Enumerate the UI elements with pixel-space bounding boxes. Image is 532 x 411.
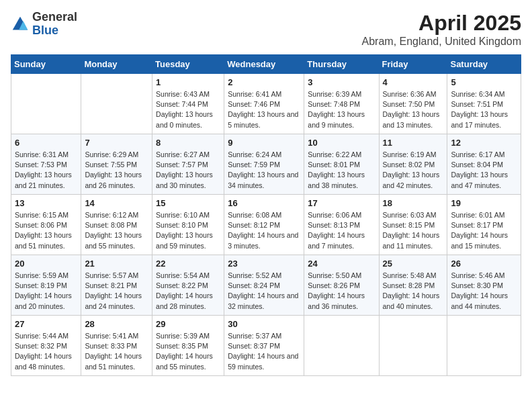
day-number: 27 <box>15 319 77 329</box>
calendar-cell: 18Sunrise: 6:03 AM Sunset: 8:15 PM Dayli… <box>379 195 447 255</box>
day-number: 9 <box>228 138 300 148</box>
header-tuesday: Tuesday <box>152 55 224 74</box>
day-number: 13 <box>15 198 77 208</box>
day-number: 2 <box>228 77 300 87</box>
calendar-cell: 4Sunrise: 6:36 AM Sunset: 7:50 PM Daylig… <box>379 74 447 134</box>
day-info: Sunrise: 6:43 AM Sunset: 7:44 PM Dayligh… <box>156 89 220 130</box>
calendar-cell: 2Sunrise: 6:41 AM Sunset: 7:46 PM Daylig… <box>224 74 304 134</box>
header-thursday: Thursday <box>304 55 379 74</box>
calendar-cell: 26Sunrise: 5:46 AM Sunset: 8:30 PM Dayli… <box>447 255 521 316</box>
calendar-header: Sunday Monday Tuesday Wednesday Thursday… <box>11 55 521 74</box>
day-number: 10 <box>308 138 375 148</box>
main-title: April 2025 <box>362 11 521 36</box>
day-number: 19 <box>451 198 517 208</box>
calendar-week-3: 13Sunrise: 6:15 AM Sunset: 8:06 PM Dayli… <box>11 195 521 255</box>
day-info: Sunrise: 6:15 AM Sunset: 8:06 PM Dayligh… <box>15 210 77 251</box>
calendar-cell: 22Sunrise: 5:54 AM Sunset: 8:22 PM Dayli… <box>152 255 224 316</box>
day-info: Sunrise: 5:37 AM Sunset: 8:37 PM Dayligh… <box>228 331 300 372</box>
calendar-cell <box>11 74 81 134</box>
title-area: April 2025 Abram, England, United Kingdo… <box>362 11 521 48</box>
calendar-cell: 13Sunrise: 6:15 AM Sunset: 8:06 PM Dayli… <box>11 195 81 255</box>
day-info: Sunrise: 5:39 AM Sunset: 8:35 PM Dayligh… <box>156 331 220 372</box>
calendar-cell: 19Sunrise: 6:01 AM Sunset: 8:17 PM Dayli… <box>447 195 521 255</box>
day-number: 16 <box>228 198 300 208</box>
calendar-cell <box>447 316 521 376</box>
day-info: Sunrise: 6:24 AM Sunset: 7:59 PM Dayligh… <box>228 150 300 191</box>
calendar-cell: 21Sunrise: 5:57 AM Sunset: 8:21 PM Dayli… <box>81 255 152 316</box>
logo-blue: Blue <box>32 24 58 37</box>
calendar-cell <box>304 316 379 376</box>
day-number: 22 <box>156 259 220 269</box>
day-info: Sunrise: 6:10 AM Sunset: 8:10 PM Dayligh… <box>156 210 220 251</box>
day-number: 20 <box>15 259 77 269</box>
day-info: Sunrise: 6:36 AM Sunset: 7:50 PM Dayligh… <box>383 89 444 130</box>
calendar-cell: 8Sunrise: 6:27 AM Sunset: 7:57 PM Daylig… <box>152 134 224 195</box>
day-info: Sunrise: 5:41 AM Sunset: 8:33 PM Dayligh… <box>85 331 148 372</box>
day-info: Sunrise: 6:08 AM Sunset: 8:12 PM Dayligh… <box>228 210 300 251</box>
day-number: 23 <box>228 259 300 269</box>
day-number: 7 <box>85 138 148 148</box>
day-info: Sunrise: 5:48 AM Sunset: 8:28 PM Dayligh… <box>383 271 444 312</box>
day-info: Sunrise: 5:44 AM Sunset: 8:32 PM Dayligh… <box>15 331 77 372</box>
day-info: Sunrise: 5:52 AM Sunset: 8:24 PM Dayligh… <box>228 271 300 312</box>
logo: General Blue <box>11 11 77 38</box>
header-monday: Monday <box>81 55 152 74</box>
calendar-cell: 3Sunrise: 6:39 AM Sunset: 7:48 PM Daylig… <box>304 74 379 134</box>
day-info: Sunrise: 6:03 AM Sunset: 8:15 PM Dayligh… <box>383 210 444 251</box>
day-info: Sunrise: 6:19 AM Sunset: 8:02 PM Dayligh… <box>383 150 444 191</box>
logo-icon <box>11 15 30 34</box>
calendar-cell: 6Sunrise: 6:31 AM Sunset: 7:53 PM Daylig… <box>11 134 81 195</box>
day-number: 12 <box>451 138 517 148</box>
calendar-cell: 30Sunrise: 5:37 AM Sunset: 8:37 PM Dayli… <box>224 316 304 376</box>
logo-general: General <box>32 10 77 24</box>
day-info: Sunrise: 6:06 AM Sunset: 8:13 PM Dayligh… <box>308 210 375 251</box>
day-info: Sunrise: 5:54 AM Sunset: 8:22 PM Dayligh… <box>156 271 220 312</box>
calendar-table: Sunday Monday Tuesday Wednesday Thursday… <box>11 54 521 376</box>
day-number: 30 <box>228 319 300 329</box>
calendar-cell <box>81 74 152 134</box>
calendar-week-2: 6Sunrise: 6:31 AM Sunset: 7:53 PM Daylig… <box>11 134 521 195</box>
day-info: Sunrise: 6:17 AM Sunset: 8:04 PM Dayligh… <box>451 150 517 191</box>
day-info: Sunrise: 5:59 AM Sunset: 8:19 PM Dayligh… <box>15 271 77 312</box>
header-saturday: Saturday <box>447 55 521 74</box>
calendar-cell: 23Sunrise: 5:52 AM Sunset: 8:24 PM Dayli… <box>224 255 304 316</box>
logo-text: General Blue <box>32 11 77 38</box>
day-number: 14 <box>85 198 148 208</box>
day-info: Sunrise: 6:39 AM Sunset: 7:48 PM Dayligh… <box>308 89 375 130</box>
day-info: Sunrise: 6:22 AM Sunset: 8:01 PM Dayligh… <box>308 150 375 191</box>
calendar-cell <box>379 316 447 376</box>
calendar-cell: 1Sunrise: 6:43 AM Sunset: 7:44 PM Daylig… <box>152 74 224 134</box>
subtitle: Abram, England, United Kingdom <box>362 36 521 48</box>
day-number: 25 <box>383 259 444 269</box>
calendar-cell: 11Sunrise: 6:19 AM Sunset: 8:02 PM Dayli… <box>379 134 447 195</box>
day-number: 21 <box>85 259 148 269</box>
day-number: 11 <box>383 138 444 148</box>
calendar-cell: 17Sunrise: 6:06 AM Sunset: 8:13 PM Dayli… <box>304 195 379 255</box>
header-wednesday: Wednesday <box>224 55 304 74</box>
day-number: 5 <box>451 77 517 87</box>
day-info: Sunrise: 6:01 AM Sunset: 8:17 PM Dayligh… <box>451 210 517 251</box>
day-number: 6 <box>15 138 77 148</box>
day-number: 8 <box>156 138 220 148</box>
calendar-week-5: 27Sunrise: 5:44 AM Sunset: 8:32 PM Dayli… <box>11 316 521 376</box>
day-info: Sunrise: 6:34 AM Sunset: 7:51 PM Dayligh… <box>451 89 517 130</box>
day-number: 28 <box>85 319 148 329</box>
calendar-cell: 20Sunrise: 5:59 AM Sunset: 8:19 PM Dayli… <box>11 255 81 316</box>
day-info: Sunrise: 6:41 AM Sunset: 7:46 PM Dayligh… <box>228 89 300 130</box>
calendar-cell: 29Sunrise: 5:39 AM Sunset: 8:35 PM Dayli… <box>152 316 224 376</box>
calendar-week-1: 1Sunrise: 6:43 AM Sunset: 7:44 PM Daylig… <box>11 74 521 134</box>
calendar-cell: 10Sunrise: 6:22 AM Sunset: 8:01 PM Dayli… <box>304 134 379 195</box>
day-info: Sunrise: 5:57 AM Sunset: 8:21 PM Dayligh… <box>85 271 148 312</box>
day-number: 24 <box>308 259 375 269</box>
day-info: Sunrise: 5:46 AM Sunset: 8:30 PM Dayligh… <box>451 271 517 312</box>
day-number: 15 <box>156 198 220 208</box>
day-info: Sunrise: 6:12 AM Sunset: 8:08 PM Dayligh… <box>85 210 148 251</box>
calendar-cell: 24Sunrise: 5:50 AM Sunset: 8:26 PM Dayli… <box>304 255 379 316</box>
header-sunday: Sunday <box>11 55 81 74</box>
page-header: General Blue April 2025 Abram, England, … <box>11 11 521 48</box>
calendar-cell: 28Sunrise: 5:41 AM Sunset: 8:33 PM Dayli… <box>81 316 152 376</box>
calendar-cell: 5Sunrise: 6:34 AM Sunset: 7:51 PM Daylig… <box>447 74 521 134</box>
day-number: 18 <box>383 198 444 208</box>
day-number: 17 <box>308 198 375 208</box>
calendar-cell: 16Sunrise: 6:08 AM Sunset: 8:12 PM Dayli… <box>224 195 304 255</box>
